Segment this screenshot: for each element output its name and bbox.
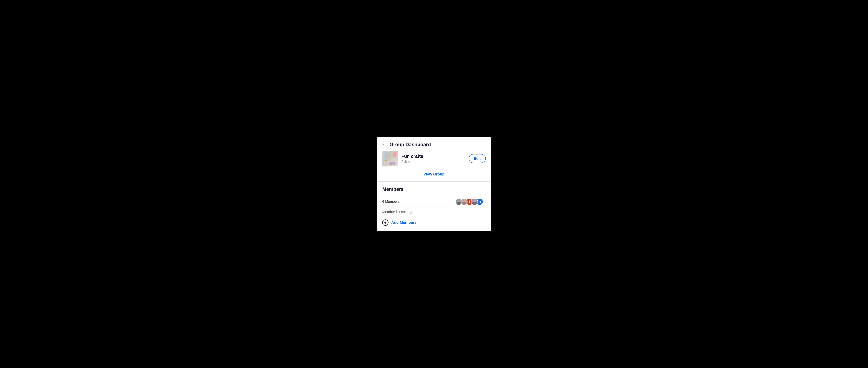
avatar-person4 <box>471 198 478 205</box>
members-count-row[interactable]: 6 Members S +1 › <box>382 196 486 207</box>
member-list-settings-label: Member list settings <box>382 210 413 214</box>
craft-flamingo-decoration <box>392 151 397 157</box>
group-text: Fun crafts Public <box>401 153 423 163</box>
outer-container: ← Group Dashboard Fun crafts Public Edit <box>0 0 868 368</box>
avatar-stack: S +1 <box>455 198 483 205</box>
members-count-label: 6 Members <box>382 200 400 204</box>
view-group-container: View Group <box>377 171 491 181</box>
back-button[interactable]: ← <box>382 142 387 147</box>
craft-macaron-purple <box>389 163 393 165</box>
group-info-section: Fun crafts Public Edit <box>377 151 491 171</box>
add-members-row[interactable]: + Add Members <box>382 216 486 226</box>
page-title: Group Dashboard <box>390 142 431 147</box>
members-chevron-icon: › <box>485 200 486 204</box>
settings-chevron-icon: › <box>485 210 486 214</box>
members-row-right: S +1 › <box>455 198 486 205</box>
header: ← Group Dashboard <box>377 137 491 151</box>
edit-button[interactable]: Edit <box>469 154 486 163</box>
avatar-person2 <box>461 198 467 205</box>
craft-image <box>382 151 398 166</box>
group-thumbnail <box>382 151 398 166</box>
member-list-settings-row[interactable]: Member list settings › <box>382 207 486 216</box>
add-members-icon: + <box>382 220 389 226</box>
add-members-label: Add Members <box>391 220 416 225</box>
view-group-link[interactable]: View Group <box>424 172 444 176</box>
group-type: Public <box>401 160 423 164</box>
group-name: Fun crafts <box>401 153 423 159</box>
members-title: Members <box>382 187 486 192</box>
members-section: Members 6 Members S +1 › Member li <box>377 181 491 231</box>
dashboard-card: ← Group Dashboard Fun crafts Public Edit <box>377 137 491 231</box>
group-info-left: Fun crafts Public <box>382 151 423 166</box>
